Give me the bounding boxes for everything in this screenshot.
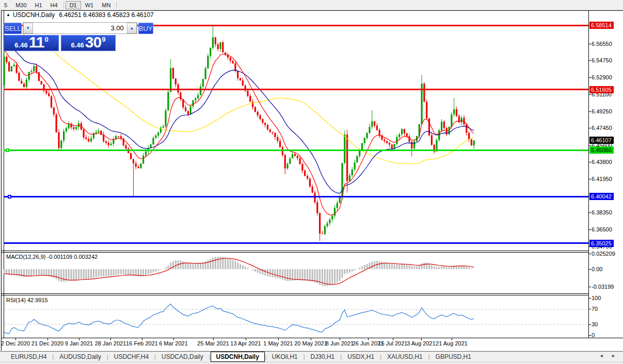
chart-tab-dj30[interactable]: DJ30,H1 — [305, 352, 341, 361]
axis-separator — [588, 10, 589, 338]
rsi-axis-tick — [589, 335, 591, 336]
sell-button[interactable]: SELL — [4, 23, 22, 34]
price-axis-tick — [589, 229, 591, 230]
tab-scroll-left-icon[interactable]: ◄ — [599, 353, 607, 358]
date-axis-label: 20 May 2021 — [294, 340, 327, 346]
one-click-trading-panel: SELL ▼ ▲ BUY 6.46 11 0 6.46 30 9 — [4, 22, 116, 51]
level-drag-handle[interactable] — [8, 195, 11, 198]
price-axis-label: 6.38350 — [592, 209, 612, 216]
window-left-border — [1, 10, 2, 351]
sell-price-sup: 0 — [44, 36, 48, 43]
chart-tab-usdchf[interactable]: USDCHF,H4 — [108, 352, 154, 361]
buy-price-sup: 9 — [102, 36, 105, 43]
time-axis-line — [1, 338, 623, 338]
rsi-axis-tick — [589, 298, 591, 299]
rsi-axis-label: 100 — [592, 295, 601, 302]
chart-tab-xauusd[interactable]: XAUUSD,H1 — [381, 352, 428, 361]
macd-axis-label: -0.03199 — [592, 284, 614, 290]
date-axis-label: 2 Dec 2020 — [1, 340, 30, 346]
timeframe-button-h1[interactable]: H1 — [31, 1, 46, 9]
macd-axis-label: 0.025209 — [592, 251, 615, 257]
volume-input[interactable] — [33, 23, 127, 34]
macd-label: MACD(12,26,9) -0.001109 0.003242 — [6, 254, 98, 260]
date-axis-label: 21 Aug 2021 — [436, 340, 468, 346]
volume-spinner: ▼ ▲ — [23, 22, 137, 34]
macd-axis-label: 0.00 — [592, 266, 602, 273]
price-axis-label: 6.56550 — [592, 41, 612, 47]
splitter-macd-top[interactable] — [1, 251, 588, 251]
horizontal-level-line[interactable] — [4, 150, 588, 151]
timeframe-button-h4[interactable]: H4 — [46, 1, 62, 9]
symbol-timeframe-label: USDCNH,Daily — [13, 11, 55, 19]
buy-button[interactable]: BUY — [138, 23, 153, 34]
price-axis-tick — [589, 179, 591, 179]
timeframe-buttons: 5M30H1H4D1W1MN — [0, 0, 118, 9]
date-axis-label: 16 Feb 2021 — [126, 340, 158, 346]
macd-axis-tick — [589, 287, 591, 287]
chart-tab-usdcad[interactable]: USDCAD,Daily — [156, 352, 209, 361]
price-axis-tick — [589, 94, 591, 95]
date-axis-label: 8 Jun 2021 — [326, 340, 354, 346]
date-axis-label: 9 Jan 2021 — [65, 340, 93, 346]
buy-price-box[interactable]: 6.46 30 9 — [61, 35, 116, 51]
chart-tab-eurusd[interactable]: EURUSD,H4 — [5, 352, 52, 361]
price-level-label-blue: 6.35025 — [589, 240, 614, 247]
sell-price-prefix: 6.46 — [14, 41, 27, 49]
price-axis-tick — [589, 77, 591, 78]
chart-tab-gbpusd[interactable]: GBPUSD,H1 — [430, 352, 477, 361]
volume-down-icon[interactable]: ▼ — [23, 23, 33, 34]
price-axis-tick — [589, 111, 591, 112]
chart-tab-bar: EURUSD,H4|AUDUSD,Daily|USDCHF,H4|USDCAD,… — [0, 351, 623, 362]
price-axis-tick — [589, 145, 591, 146]
date-axis-label: 25 Mar 2021 — [197, 340, 229, 346]
chart-tab-usdcnh[interactable]: USDCNH,Daily — [211, 352, 265, 362]
horizontal-level-line[interactable] — [4, 196, 588, 197]
sell-price-big: 11 — [29, 36, 44, 49]
chart-tab-usdx[interactable]: USDX,H1 — [342, 352, 380, 361]
toolbar-separator — [116, 2, 117, 8]
timeframe-button-mn[interactable]: MN — [98, 1, 115, 9]
price-level-label-red: 6.51605 — [589, 86, 614, 93]
price-axis-tick — [589, 212, 591, 213]
date-axis-label: 13 Apr 2021 — [230, 340, 261, 346]
rsi-axis-tick — [589, 324, 591, 325]
level-drag-handle[interactable] — [6, 148, 9, 152]
price-axis-label: 6.43800 — [592, 159, 612, 166]
tab-scroll-right-icon[interactable]: ► — [611, 353, 619, 358]
price-axis-label: 6.54750 — [592, 57, 612, 64]
sell-price-box[interactable]: 6.46 11 0 — [4, 35, 59, 51]
rsi-chart[interactable] — [3, 295, 588, 337]
splitter-rsi-top[interactable] — [1, 293, 588, 294]
tab-scroll-arrows: ◄ ► — [599, 353, 619, 358]
rsi-axis-label: 0 — [592, 332, 595, 339]
date-axis-label: 1 May 2021 — [263, 340, 293, 346]
price-level-label-black: 6.46107 — [589, 137, 614, 144]
price-axis-tick — [589, 60, 591, 61]
rsi-axis-label: 30 — [592, 321, 598, 328]
price-axis-tick — [589, 128, 591, 128]
toolbar-separator — [63, 2, 64, 8]
horizontal-level-line[interactable] — [4, 89, 588, 90]
horizontal-level-line[interactable] — [4, 242, 588, 244]
rsi-axis-label: 70 — [592, 306, 598, 312]
price-level-label-red: 6.58514 — [589, 22, 614, 29]
price-axis-label: 6.36500 — [592, 226, 612, 233]
buy-price-prefix: 6.46 — [71, 41, 84, 49]
timeframe-button-m30[interactable]: M30 — [11, 1, 30, 9]
timeframe-button-d1[interactable]: D1 — [66, 1, 81, 9]
date-axis-label: 3 Aug 2021 — [407, 340, 436, 346]
date-axis-label: 6 Mar 2021 — [159, 340, 188, 346]
chart-tab-audusd[interactable]: AUDUSD,Daily — [54, 352, 107, 361]
volume-up-icon[interactable]: ▲ — [127, 23, 137, 34]
macd-axis-tick — [589, 254, 591, 254]
status-bar — [0, 362, 623, 364]
timeframe-button-w1[interactable]: W1 — [81, 1, 98, 9]
chart-tab-ukoil[interactable]: UKOil,H1 — [266, 352, 303, 361]
date-axis-label: 15 Jul 2021 — [378, 340, 408, 346]
timeframe-button-5[interactable]: 5 — [0, 1, 11, 9]
rsi-axis-tick — [589, 309, 591, 309]
date-axis-label: 28 Jan 2021 — [95, 340, 126, 346]
price-axis-tick — [589, 44, 591, 44]
collapse-triangle-icon[interactable]: ▲ — [6, 12, 10, 17]
macd-axis-tick — [589, 269, 591, 270]
